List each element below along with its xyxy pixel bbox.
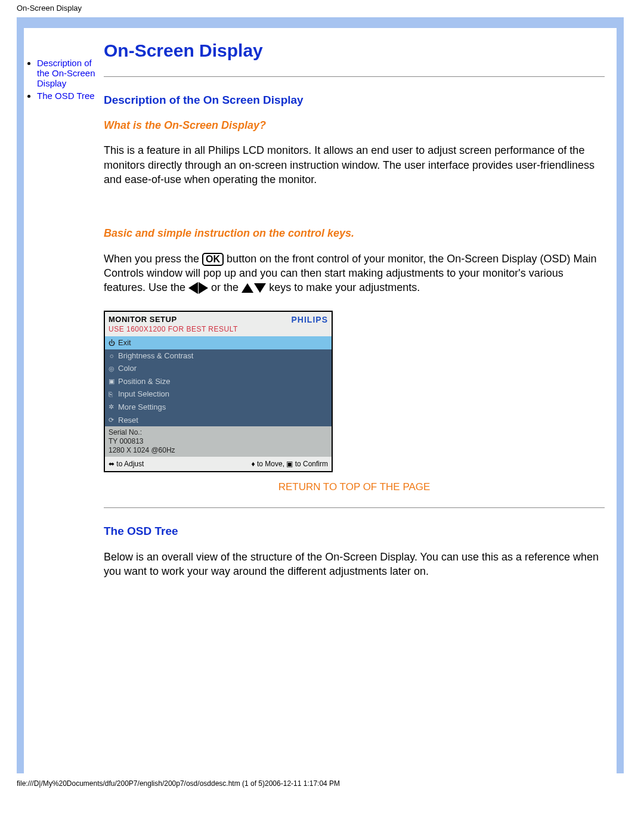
osd-serial-block: Serial No.: TY 000813 1280 X 1024 @60Hz [105,426,332,457]
section-heading-description: Description of the On Screen Display [104,92,605,108]
osd-menu-item-brightness: ☼Brightness & Contrast [105,349,332,363]
osd-menu-item-color: ◎Color [105,362,332,375]
subheading-what-is-osd: What is the On-Screen Display? [104,118,605,132]
page-frame: Description of the On-Screen Display The… [17,17,624,773]
paragraph-osd-tree: Below is an overall view of the structur… [104,550,605,579]
text-fragment: keys to make your adjustments. [269,281,420,293]
osd-header: MONITOR SETUP USE 1600X1200 FOR BEST RES… [105,312,332,337]
osd-hint: USE 1600X1200 FOR BEST RESULT [109,324,238,334]
osd-menu-label: Brightness & Contrast [118,351,193,361]
osd-serial-label: Serial No.: [109,428,328,437]
osd-menu-item-more: ✲More Settings [105,401,332,414]
osd-menu-icon: ✲ [109,402,118,411]
sidebar-link-description[interactable]: Description of the On-Screen Display [37,58,95,88]
ok-button-icon: OK [202,253,224,266]
osd-footer-left: ⬌ to Adjust [109,459,144,469]
osd-serial-value: TY 000813 [109,437,328,446]
osd-menu-icon: ⎘ [109,390,118,399]
osd-menu-item-input: ⎘Input Selection [105,388,332,401]
osd-menu-item-position: ▣Position & Size [105,375,332,388]
osd-screenshot: MONITOR SETUP USE 1600X1200 FOR BEST RES… [104,311,333,473]
text-fragment: When you press the [104,253,202,265]
arrow-up-icon [242,283,253,293]
arrow-down-icon [254,283,266,293]
section-heading-osd-tree: The OSD Tree [104,524,605,539]
osd-menu-icon: ◎ [109,364,118,373]
osd-footer-right: ♦ to Move, ▣ to Confirm [252,459,329,469]
paragraph-intro: This is a feature in all Philips LCD mon… [104,143,605,187]
osd-menu-list: ⏻Exit ☼Brightness & Contrast ◎Color ▣Pos… [105,336,332,426]
osd-menu-label: More Settings [118,402,166,413]
osd-menu-icon: ⏻ [109,339,118,348]
divider [104,507,605,508]
osd-menu-icon: ▣ [109,377,118,386]
sidebar-item-description[interactable]: Description of the On-Screen Display [37,58,97,88]
osd-title: MONITOR SETUP [109,314,238,325]
arrow-right-icon [199,282,208,294]
sidebar-item-osd-tree[interactable]: The OSD Tree [37,91,97,101]
osd-mode: 1280 X 1024 @60Hz [109,446,328,455]
osd-menu-item-reset: ⟳Reset [105,414,332,427]
subheading-basic-instruction: Basic and simple instruction on the cont… [104,226,605,240]
paragraph-controls: When you press the OK button on the fron… [104,252,605,295]
osd-menu-label: Reset [118,415,138,426]
divider [104,76,605,77]
sidebar-link-osd-tree[interactable]: The OSD Tree [37,91,95,101]
return-to-top-link[interactable]: RETURN TO TOP OF THE PAGE [104,481,605,494]
page-footer-path: file:///D|/My%20Documents/dfu/200P7/engl… [0,773,644,792]
page-title: On-Screen Display [104,39,605,63]
sidebar-nav: Description of the On-Screen Display The… [24,28,97,773]
page-header-title: On-Screen Display [0,0,644,15]
osd-menu-label: Position & Size [118,376,170,387]
main-content: On-Screen Display Description of the On … [97,28,617,773]
osd-brand-logo: PHILIPS [292,314,328,326]
osd-menu-label: Color [118,363,137,374]
osd-menu-label: Input Selection [118,389,169,400]
osd-menu-icon: ⟳ [109,416,118,425]
arrow-left-icon [188,282,198,294]
osd-footer: ⬌ to Adjust ♦ to Move, ▣ to Confirm [105,457,332,471]
osd-menu-icon: ☼ [109,351,118,360]
osd-menu-label: Exit [118,337,131,348]
osd-menu-item-exit: ⏻Exit [105,336,332,349]
text-fragment: or the [211,281,242,293]
